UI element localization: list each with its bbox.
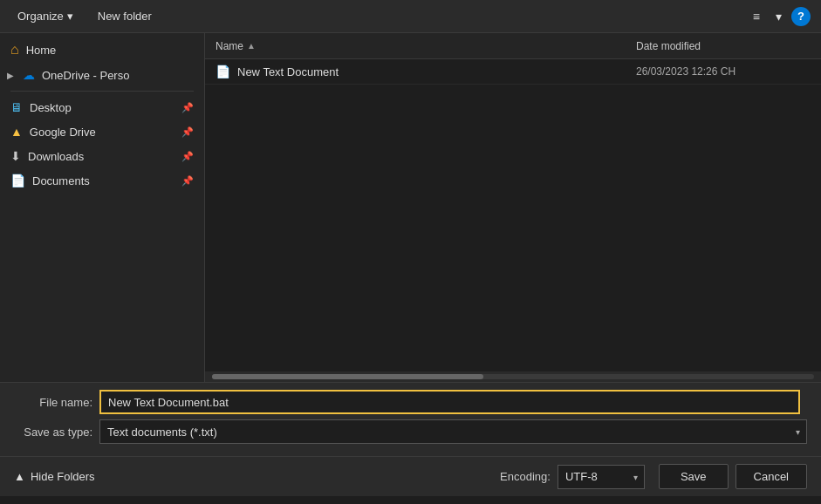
onedrive-chevron-icon: ▶ xyxy=(7,71,14,80)
gdrive-pin-icon: 📌 xyxy=(181,126,194,138)
sidebar-item-desktop[interactable]: 🖥 Desktop 📌 xyxy=(0,95,204,119)
sidebar-gdrive-label: Google Drive xyxy=(30,126,174,139)
organize-dropdown-icon: ▾ xyxy=(67,10,73,23)
main-area: ⌂ Home ▶ ☁ OneDrive - Perso 🖥 Desktop 📌 … xyxy=(0,33,821,382)
save-as-type-select[interactable]: Text documents (*.txt) All files (*.*) xyxy=(99,419,807,444)
onedrive-icon: ☁ xyxy=(23,68,35,82)
table-row[interactable]: 📄 New Text Document 26/03/2023 12:26 CH xyxy=(205,59,821,85)
new-folder-button[interactable]: New folder xyxy=(91,6,159,26)
sidebar-home-label: Home xyxy=(26,44,194,57)
view-dropdown-button[interactable]: ▾ xyxy=(770,6,788,27)
date-col-label: Date modified xyxy=(636,40,701,52)
sidebar-item-documents[interactable]: 📄 Documents 📌 xyxy=(0,168,204,193)
hide-folders-button[interactable]: ▲ Hide Folders xyxy=(14,470,95,483)
sidebar-item-home[interactable]: ⌂ Home xyxy=(0,37,204,63)
sidebar-downloads-label: Downloads xyxy=(28,150,174,163)
encoding-container: UTF-8 UTF-16 LE UTF-16 BE ANSI ▾ xyxy=(558,465,645,489)
name-col-label: Name xyxy=(216,40,243,52)
hide-folders-label: Hide Folders xyxy=(31,470,95,483)
toolbar-right: ≡ ▾ ? xyxy=(747,6,811,27)
file-name-row: File name: xyxy=(14,390,807,414)
encoding-select[interactable]: UTF-8 UTF-16 LE UTF-16 BE ANSI xyxy=(558,465,645,489)
file-list-header: Name ▲ Date modified xyxy=(205,33,821,59)
file-icon: 📄 xyxy=(216,65,230,78)
save-as-type-label: Save as type: xyxy=(14,426,92,439)
horizontal-scrollbar[interactable] xyxy=(205,371,821,382)
file-name: New Text Document xyxy=(237,65,629,78)
view-icon: ≡ xyxy=(753,10,760,24)
file-area: Name ▲ Date modified 📄 New Text Document… xyxy=(205,33,821,382)
save-as-type-row: Save as type: Text documents (*.txt) All… xyxy=(14,419,807,444)
organize-button[interactable]: Organize ▾ xyxy=(10,6,80,26)
view-dropdown-icon: ▾ xyxy=(776,10,782,24)
encoding-label: Encoding: xyxy=(500,470,551,483)
downloads-icon: ⬇ xyxy=(10,149,21,163)
sidebar: ⌂ Home ▶ ☁ OneDrive - Perso 🖥 Desktop 📌 … xyxy=(0,33,205,382)
desktop-icon: 🖥 xyxy=(10,100,23,114)
sidebar-onedrive-label: OneDrive - Perso xyxy=(42,69,194,82)
help-label: ? xyxy=(797,10,804,23)
organize-label: Organize xyxy=(17,10,64,23)
downloads-pin-icon: 📌 xyxy=(181,151,194,162)
scrollbar-thumb[interactable] xyxy=(212,374,483,379)
sidebar-item-onedrive[interactable]: ▶ ☁ OneDrive - Perso xyxy=(0,63,204,87)
file-name-label: File name: xyxy=(14,396,92,409)
file-name-input[interactable] xyxy=(99,390,800,414)
bottom-form: File name: Save as type: Text documents … xyxy=(0,382,821,456)
save-button[interactable]: Save xyxy=(659,464,729,489)
save-as-type-container: Text documents (*.txt) All files (*.*) ▾ xyxy=(99,419,807,444)
sidebar-documents-label: Documents xyxy=(32,174,174,187)
action-buttons: Save Cancel xyxy=(659,464,807,489)
desktop-pin-icon: 📌 xyxy=(181,102,194,113)
file-list: 📄 New Text Document 26/03/2023 12:26 CH xyxy=(205,59,821,371)
help-button[interactable]: ? xyxy=(791,7,811,26)
column-date: Date modified xyxy=(636,40,811,52)
new-folder-label: New folder xyxy=(98,10,152,23)
footer-bar: ▲ Hide Folders Encoding: UTF-8 UTF-16 LE… xyxy=(0,456,821,496)
scrollbar-track xyxy=(212,374,814,379)
cancel-button[interactable]: Cancel xyxy=(735,464,807,489)
encoding-section: Encoding: UTF-8 UTF-16 LE UTF-16 BE ANSI… xyxy=(500,465,645,489)
hide-folders-chevron-icon: ▲ xyxy=(14,470,25,483)
sidebar-divider xyxy=(10,91,194,92)
toolbar: Organize ▾ New folder ≡ ▾ ? xyxy=(0,0,821,33)
home-icon: ⌂ xyxy=(10,42,19,58)
sidebar-desktop-label: Desktop xyxy=(30,101,174,114)
sort-arrow-icon: ▲ xyxy=(247,41,256,51)
sidebar-item-googledrive[interactable]: ▲ Google Drive 📌 xyxy=(0,119,204,144)
documents-pin-icon: 📌 xyxy=(181,175,194,187)
gdrive-icon: ▲ xyxy=(10,125,23,139)
sidebar-item-downloads[interactable]: ⬇ Downloads 📌 xyxy=(0,144,204,168)
view-button[interactable]: ≡ xyxy=(747,6,766,27)
documents-icon: 📄 xyxy=(10,174,25,187)
file-date: 26/03/2023 12:26 CH xyxy=(636,65,811,78)
column-name: Name ▲ xyxy=(216,40,636,52)
